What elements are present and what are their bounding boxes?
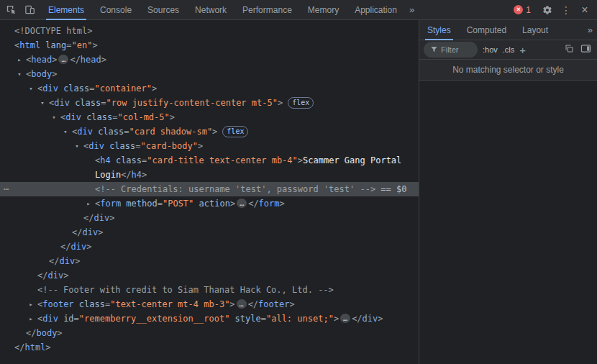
token-attr: class <box>58 83 89 94</box>
token-punct: = <box>101 98 106 108</box>
styles-filter-input[interactable] <box>441 45 471 54</box>
inline-expand-icon[interactable]: … <box>237 199 247 208</box>
tab-application[interactable]: Application <box>347 0 405 20</box>
collapse-arrow-icon[interactable]: ▾ <box>73 139 81 153</box>
token-punct: > <box>289 299 294 309</box>
more-options-kebab-icon[interactable]: ⋮ <box>557 1 575 19</box>
tree-node-html-open[interactable]: <html lang="en"> <box>0 38 419 53</box>
collapse-arrow-icon[interactable]: ▾ <box>61 124 70 139</box>
inline-expand-icon[interactable]: … <box>58 55 68 64</box>
tree-node-head[interactable]: ▸<head>…</head> <box>0 53 419 67</box>
toggle-computed-sidebar-icon[interactable] <box>580 43 591 56</box>
inline-expand-icon[interactable]: … <box>237 299 247 309</box>
tree-node-h4-title[interactable]: <h4 class="card-title text-center mb-4">… <box>0 153 419 182</box>
tree-node-doctype[interactable]: <!DOCTYPE html> <box>0 24 419 38</box>
settings-gear-icon[interactable] <box>538 1 557 19</box>
token-tag: head <box>31 55 52 65</box>
tree-node-div-col-open[interactable]: ▾<div class="col-md-5"> <box>0 110 419 124</box>
token-value: "row justify-content-center mt-5" <box>106 98 278 108</box>
expand-arrow-icon[interactable]: ▸ <box>27 297 35 311</box>
tree-node-rememberry-div[interactable]: ▸<div id="rememberry__extension__root" s… <box>0 311 419 326</box>
tab-layout[interactable]: Layout <box>514 20 556 40</box>
flex-badge[interactable]: flex <box>288 97 314 109</box>
device-toolbar-icon[interactable] <box>20 1 39 19</box>
collapse-arrow-icon[interactable]: ▾ <box>38 96 47 110</box>
styles-filter-pill[interactable] <box>424 42 478 58</box>
token-punct: > <box>109 213 114 223</box>
collapse-arrow-icon[interactable]: ▾ <box>27 81 35 96</box>
tree-node-body-close[interactable]: </body> <box>0 326 419 340</box>
toggle-element-classes-button[interactable]: .cls <box>503 45 515 54</box>
token-tag: form <box>100 199 121 209</box>
token-punct: </ <box>352 314 362 324</box>
console-error-badge[interactable]: × 1 <box>514 5 531 15</box>
token-attr: class <box>93 127 124 137</box>
token-attr: lang <box>40 40 66 50</box>
expand-arrow-icon[interactable]: ▸ <box>84 196 93 211</box>
token-tag: h4 <box>132 170 142 180</box>
token-punct: > <box>170 112 175 122</box>
toggle-pseudo-state-button[interactable]: :hov <box>483 45 498 54</box>
token-punct: > <box>212 127 217 137</box>
inspect-element-icon[interactable] <box>1 1 20 19</box>
close-devtools-icon[interactable]: × <box>575 1 594 19</box>
tree-node-div-card-body-open[interactable]: ▾<div class="card-body"> <box>0 139 419 153</box>
tree-node-credentials-comment[interactable]: ⋯<!-- Credentials: username 'test', pass… <box>0 182 419 196</box>
copy-all-css-changes-icon[interactable] <box>565 43 574 56</box>
token-punct: > <box>52 55 57 65</box>
tab-network[interactable]: Network <box>187 0 234 20</box>
tree-node-div-card-close[interactable]: </div> <box>0 225 419 240</box>
tab-computed[interactable]: Computed <box>459 20 514 40</box>
new-style-rule-button[interactable]: + <box>519 45 526 55</box>
tree-node-div-row-close[interactable]: </div> <box>0 254 419 268</box>
tree-node-footer-comment[interactable]: <!-- Footer with credit to Siam Thanat H… <box>0 283 419 297</box>
tree-node-html-close[interactable]: </html> <box>0 340 419 355</box>
tree-node-form[interactable]: ▸<form method="POST" action>…</form> <box>0 196 419 211</box>
token-punct: = <box>124 127 129 137</box>
tab-performance[interactable]: Performance <box>234 0 300 20</box>
token-comment: <!-- Credentials: username 'test', passw… <box>95 184 375 194</box>
tree-node-div-container-close[interactable]: </div> <box>0 268 419 283</box>
token-attr: id <box>58 314 74 324</box>
token-punct: > <box>45 342 50 352</box>
token-punct: > <box>98 227 103 237</box>
tree-node-footer[interactable]: ▸<footer class="text-center mt-4 mb-3">…… <box>0 297 419 311</box>
token-gray: <!DOCTYPE html> <box>14 26 92 36</box>
token-punct: > <box>230 199 235 209</box>
token-punct: </ <box>248 199 258 209</box>
token-tag: head <box>81 55 101 65</box>
token-comment: <!-- Footer with credit to Siam Thanat H… <box>37 285 334 295</box>
collapse-arrow-icon[interactable]: ▾ <box>50 110 58 124</box>
token-tag: footer <box>42 299 73 309</box>
token-punct: </ <box>37 270 47 281</box>
tab-sources[interactable]: Sources <box>140 0 187 20</box>
token-tag: body <box>31 69 52 79</box>
token-tag: html <box>19 40 40 50</box>
tree-node-div-card-open[interactable]: ▾<div class="card shadow-sm">flex <box>0 124 419 139</box>
expand-arrow-icon[interactable]: ▸ <box>27 311 35 326</box>
token-punct: </ <box>49 256 59 266</box>
tree-node-div-col-close[interactable]: </div> <box>0 240 419 254</box>
tree-node-body-open[interactable]: ▾<body> <box>0 67 419 81</box>
tree-node-div-container-open[interactable]: ▾<div class="container"> <box>0 81 419 96</box>
tab-console[interactable]: Console <box>92 0 140 20</box>
inline-expand-icon[interactable]: … <box>340 314 350 323</box>
flex-badge[interactable]: flex <box>222 126 248 137</box>
tab-memory[interactable]: Memory <box>300 0 347 20</box>
collapse-arrow-icon[interactable]: ▾ <box>15 67 24 81</box>
tree-node-div-card-body-close[interactable]: </div> <box>0 211 419 225</box>
tab-styles[interactable]: Styles <box>419 20 459 40</box>
token-punct: > <box>92 40 97 50</box>
styles-sidebar: StylesComputedLayout » :hov .cls + <box>419 20 597 364</box>
token-value: "card-title text-center mb-4" <box>147 155 298 165</box>
token-attr: action <box>193 199 230 209</box>
node-more-actions-icon[interactable]: ⋯ <box>4 182 9 196</box>
token-value: "card shadow-sm" <box>129 127 213 137</box>
styles-more-tabs-icon[interactable]: » <box>583 20 597 40</box>
token-tag: div <box>94 213 109 223</box>
elements-panel[interactable]: <!DOCTYPE html><html lang="en">▸<head>…<… <box>0 20 419 364</box>
more-tabs-icon[interactable]: » <box>405 4 419 15</box>
tab-elements[interactable]: Elements <box>40 0 92 20</box>
tree-node-div-row-open[interactable]: ▾<div class="row justify-content-center … <box>0 96 419 110</box>
expand-arrow-icon[interactable]: ▸ <box>15 53 24 67</box>
